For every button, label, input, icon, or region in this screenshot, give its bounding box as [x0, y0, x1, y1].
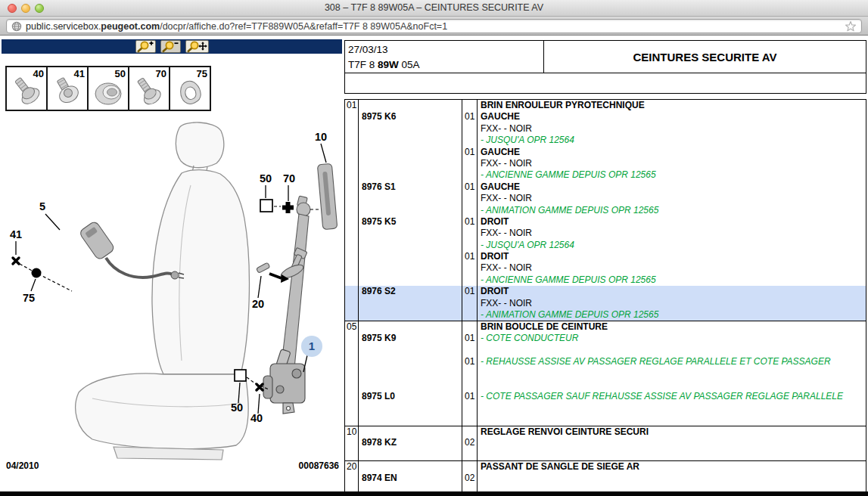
quantity-cell: [462, 240, 478, 251]
grommet-icon: [90, 76, 128, 110]
part-row-8975-k5[interactable]: 8975 K501DROIT: [345, 216, 866, 228]
thumbnail-belt-ring-75[interactable]: 75: [169, 66, 211, 111]
part-number-cell: [359, 344, 462, 355]
ref-cell: [345, 356, 359, 367]
ref-cell: [345, 309, 359, 321]
zoom-out-icon: [162, 41, 180, 52]
part-row-8978-kz[interactable]: 8978 KZ02: [345, 437, 866, 448]
zoom-pan-icon: [187, 41, 208, 52]
part-row-8975-k6[interactable]: 8975 K601GAUCHE: [345, 111, 866, 122]
page-title: CEINTURES SECURITE AV: [544, 41, 866, 73]
part-row-8975-k9[interactable]: 8975 K901- COTE CONDUCTEUR: [345, 333, 866, 344]
hex-bolt-icon: [131, 76, 169, 110]
header-vehicle-ref: T7F 8 89W 05A: [348, 57, 543, 73]
callout-50-top[interactable]: 50: [260, 172, 272, 184]
quantity-cell: [462, 414, 478, 426]
part-number-cell: [359, 309, 462, 321]
quantity-cell: [462, 262, 478, 274]
description-cell: DROIT: [478, 216, 866, 228]
part-number-cell: [359, 298, 462, 309]
table-line: 20PASSANT DE SANGLE DE SIEGE AR: [345, 460, 866, 472]
description-cell: FXX- - NOIR: [478, 123, 866, 135]
quantity-cell: [462, 461, 478, 472]
part-row-8976-s1[interactable]: 8976 S101GAUCHE: [345, 181, 866, 193]
parts-panel: 27/03/13 T7F 8 89W 05A CEINTURES SECURIT…: [344, 36, 867, 496]
part-number-cell: 8974 EN: [359, 473, 462, 484]
quantity-cell: 01: [462, 147, 478, 158]
description-cell: - ANIMATION GAMME DEPUIS OPR 12565: [478, 205, 866, 216]
ref-cell: [345, 286, 359, 297]
callout-40[interactable]: 40: [250, 412, 263, 424]
part-number-cell: [359, 228, 462, 239]
table-line: FXX- - NOIR: [345, 298, 866, 309]
table-line: 10REGLAGE RENVOI CEINTURE SECURI: [345, 426, 866, 437]
description-cell: REGLAGE RENVOI CEINTURE SECURI: [478, 426, 866, 437]
url-domain: peugeot.com: [101, 21, 160, 32]
quantity-cell: [462, 367, 478, 379]
description-cell: FXX- - NOIR: [478, 298, 866, 309]
ref-cell: [345, 111, 359, 122]
part-number-cell: [359, 240, 462, 251]
description-cell: PASSANT DE SANGLE DE SIEGE AR: [478, 461, 866, 472]
callout-20[interactable]: 20: [252, 298, 264, 310]
callout-41[interactable]: 41: [10, 228, 22, 240]
zoom-pan-button[interactable]: [185, 40, 209, 53]
description-cell: [478, 449, 866, 460]
part-number-cell: 8975 L0: [359, 391, 462, 402]
quantity-cell: 01: [462, 356, 478, 367]
part-number-cell: [359, 426, 462, 437]
thumbnail-hex-flange-bolt-70[interactable]: 70: [128, 66, 170, 111]
ref-cell: [345, 473, 359, 484]
part-number-cell: [359, 205, 462, 216]
zoom-in-icon: [137, 41, 155, 52]
table-line: FXX- - NOIR: [345, 123, 866, 135]
ref-cell: [345, 205, 359, 216]
table-line: - JUSQU'A OPR 12564: [345, 135, 866, 146]
part-row-8975-l0[interactable]: 8975 L001- COTE PASSAGER SAUF REHAUSSE A…: [345, 391, 866, 402]
ref-cell: [345, 449, 359, 460]
zoom-out-button[interactable]: [160, 40, 181, 53]
thumbnail-torx-screw-41[interactable]: 41: [46, 66, 89, 111]
description-cell: FXX- - NOIR: [478, 193, 866, 204]
part-number-cell: [359, 251, 462, 262]
part-row-8976-s2[interactable]: 8976 S201DROIT: [345, 286, 866, 297]
window-bottom-edge: [0, 491, 868, 496]
zoom-in-button[interactable]: [135, 40, 156, 53]
table-line: - ANIMATION GAMME DEPUIS OPR 12565: [345, 205, 866, 216]
quantity-cell: 01: [462, 391, 478, 402]
callout-75[interactable]: 75: [23, 292, 35, 304]
quantity-cell: [462, 274, 478, 286]
description-cell: BRIN ENROULEUR PYROTECHNIQUE: [478, 100, 866, 111]
table-line: 01GAUCHE: [345, 147, 866, 158]
ref-cell: [345, 367, 359, 379]
url-field[interactable]: public.servicebox.peugeot.com/docpr/affi…: [6, 19, 862, 33]
ref-cell: [345, 135, 359, 146]
quantity-cell: [462, 309, 478, 321]
table-line: [345, 402, 866, 414]
thumbnail-hex-flange-bolt-40[interactable]: 40: [5, 66, 48, 111]
callout-10[interactable]: 10: [315, 131, 327, 143]
part-number-cell: 8975 K5: [359, 216, 462, 228]
quantity-cell: [462, 100, 478, 111]
table-line: [345, 367, 866, 379]
ref-cell: [345, 123, 359, 135]
header-ref-cell: 27/03/13 T7F 8 89W 05A: [345, 41, 544, 73]
bookmark-star-icon[interactable]: [845, 20, 857, 33]
callout-1[interactable]: 1: [309, 339, 315, 352]
quantity-cell: [462, 449, 478, 460]
ref-cell: [345, 169, 359, 181]
callout-70[interactable]: 70: [283, 172, 295, 184]
table-line: - ANIMATION GAMME DEPUIS OPR 12565: [345, 309, 866, 321]
part-number-cell: [359, 193, 462, 204]
quantity-cell: [462, 193, 478, 204]
callout-5[interactable]: 5: [39, 200, 45, 212]
description-cell: GAUCHE: [478, 147, 866, 158]
description-cell: [478, 379, 866, 390]
part-row-8974-en[interactable]: 8974 EN02: [345, 473, 866, 484]
ref-cell: [345, 251, 359, 262]
description-cell: FXX- - NOIR: [478, 158, 866, 169]
torx-screw-icon: [49, 76, 87, 110]
callout-50-bottom[interactable]: 50: [231, 401, 243, 414]
thumbnail-grommet-washer-50[interactable]: 50: [87, 66, 129, 111]
part-number-cell: [359, 274, 462, 286]
